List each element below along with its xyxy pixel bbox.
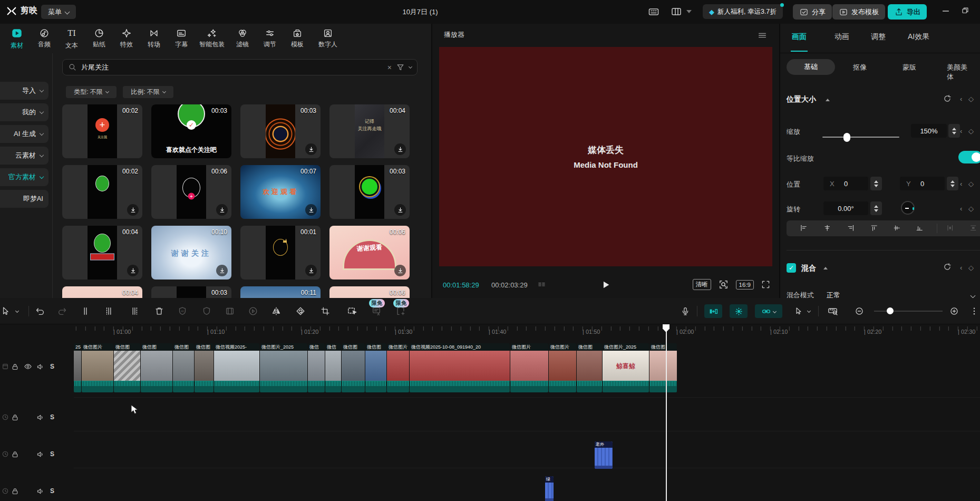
solo-button[interactable]: S <box>50 450 54 458</box>
asset-card[interactable]: 欢迎观看00:07 <box>240 165 321 219</box>
timeline-clip[interactable]: 微信图 <box>365 343 386 392</box>
player-viewport[interactable]: 媒体丢失 Media Not Found <box>439 47 772 266</box>
timeline-clip[interactable]: 微信图 <box>195 343 214 392</box>
collapse-icon[interactable] <box>823 267 828 269</box>
uniform-scale-toggle[interactable] <box>958 151 980 163</box>
clear-search-icon[interactable]: × <box>387 63 392 72</box>
visibility-icon[interactable] <box>23 362 33 371</box>
ribbon-item-文本[interactable]: TI文本 <box>58 27 85 50</box>
split2-icon[interactable] <box>104 306 115 316</box>
segments-icon[interactable] <box>537 280 547 290</box>
speaker-icon[interactable] <box>36 362 45 371</box>
solo-button[interactable]: S <box>50 487 54 495</box>
timeline-clip[interactable]: 微信图片_2025鲸喜鲸 <box>603 343 649 392</box>
link-button[interactable] <box>755 304 782 318</box>
overlay-clip[interactable]: 老外 <box>595 441 613 469</box>
asset-card[interactable]: 谢谢关注00:10 <box>151 226 231 280</box>
position-x-field[interactable]: X 0 <box>823 177 868 190</box>
position-x-stepper[interactable] <box>870 177 882 190</box>
subtab-basic[interactable]: 基础 <box>787 59 835 75</box>
rotate-stepper[interactable] <box>870 201 882 215</box>
record-voiceover-icon[interactable] <box>681 306 691 316</box>
al-l-icon[interactable] <box>800 224 809 233</box>
keyframe-controls[interactable]: ‹ ◇ › <box>960 95 980 103</box>
timeline-clip[interactable]: 25 <box>74 343 81 392</box>
subtab-mask[interactable]: 蒙版 <box>903 63 916 72</box>
timeline-clip[interactable]: 微信图片 <box>387 343 409 392</box>
ribbon-item-特效[interactable]: 特效 <box>113 28 140 49</box>
solo-button[interactable]: S <box>50 413 54 421</box>
al-r-icon[interactable] <box>847 224 856 233</box>
ribbon-item-贴纸[interactable]: 贴纸 <box>85 28 113 49</box>
asset-card[interactable]: 00:01 <box>240 226 321 280</box>
timeline-clip[interactable]: 微信 <box>308 343 325 392</box>
restore-window-button[interactable] <box>960 6 970 15</box>
type-filter[interactable]: 类型: 不限 <box>66 86 117 98</box>
reset-icon[interactable] <box>943 262 952 272</box>
asset-card[interactable]: 关注我00:02 <box>62 104 142 158</box>
shieldai-icon[interactable]: AI <box>177 306 188 316</box>
download-icon[interactable] <box>127 204 139 216</box>
asset-card[interactable]: 00:03 <box>240 104 321 158</box>
download-icon[interactable] <box>216 265 228 276</box>
dis-v-icon[interactable] <box>969 224 978 233</box>
rotate-value[interactable]: 0.00° <box>823 201 868 215</box>
zoom-in-icon[interactable] <box>949 306 959 316</box>
download-icon[interactable] <box>127 265 139 276</box>
ribbon-item-数字人[interactable]: 数字人 <box>311 28 345 49</box>
ribbon-item-调节[interactable]: 调节 <box>256 28 284 49</box>
asset-card[interactable]: 00:04 <box>62 286 142 298</box>
download-icon[interactable] <box>305 265 317 276</box>
layout-icon[interactable] <box>671 6 682 17</box>
download-icon[interactable] <box>394 204 406 216</box>
framei-icon[interactable] <box>225 306 235 316</box>
ribbon-item-字幕[interactable]: 字幕 <box>168 28 195 49</box>
al-ch-icon[interactable] <box>823 224 832 233</box>
playhead-line[interactable] <box>666 324 667 501</box>
timeline-clip[interactable]: 微信图 <box>141 343 172 392</box>
filter-icon[interactable] <box>396 63 405 72</box>
reset-icon[interactable] <box>943 94 952 103</box>
timeline-clip[interactable]: 微信图 <box>114 343 140 392</box>
timeline-clip[interactable]: 微信图片 <box>82 343 113 392</box>
asset-card[interactable]: 00:06 <box>329 286 410 298</box>
keyframe-controls[interactable]: ‹ ◇ › <box>960 180 980 188</box>
asset-card[interactable]: 谢谢观看00:06 <box>329 226 410 280</box>
speaker-icon[interactable] <box>36 413 45 422</box>
blend-checkbox[interactable]: ✓ <box>787 263 796 273</box>
tab-animation[interactable]: 动画 <box>835 32 849 42</box>
speaker-icon[interactable] <box>36 450 45 459</box>
asset-card[interactable]: 00:11 <box>240 286 321 298</box>
publish-template-button[interactable]: 发布模板 <box>832 4 885 20</box>
ratio-button[interactable]: 16:9 <box>736 280 754 290</box>
select-icon[interactable] <box>1 306 11 316</box>
speaker-icon[interactable] <box>36 487 45 496</box>
timeline-clip[interactable]: 微信图片 <box>510 343 548 392</box>
collapse-icon[interactable] <box>826 99 830 101</box>
promo-banner[interactable]: ◆ 新人福利, 幸运3.7折 <box>703 4 783 19</box>
timeline-scale-icon[interactable] <box>828 305 839 316</box>
auto-snap-button[interactable] <box>704 304 722 318</box>
download-icon[interactable] <box>394 265 406 276</box>
menu-button[interactable]: 菜单 <box>41 5 76 19</box>
blend-mode-value[interactable]: 正常 <box>827 291 840 298</box>
timeline-clip[interactable]: 微信图片_2025 <box>260 343 307 392</box>
chevron-down-icon[interactable] <box>15 309 19 313</box>
split3-icon[interactable] <box>129 306 139 316</box>
fullscreen-icon[interactable] <box>761 280 771 290</box>
track-type-icon[interactable] <box>1 362 9 371</box>
timeline-clip[interactable]: 微信图 <box>649 343 677 392</box>
zoom-out-icon[interactable] <box>855 306 865 316</box>
asset-card[interactable]: 00:04 <box>62 226 142 280</box>
sidebar-item-导入[interactable]: 导入 <box>0 82 48 100</box>
asset-card[interactable]: 记得关注再走哦00:04 <box>329 104 410 158</box>
keyframe-controls[interactable]: ‹ ◇ › <box>960 127 980 135</box>
timeline-zoom-slider[interactable] <box>874 311 943 312</box>
track-toggle-icon[interactable] <box>1 413 9 421</box>
asset-card[interactable]: 00:06 <box>151 165 231 219</box>
filter-chevron-icon[interactable] <box>409 65 412 69</box>
download-icon[interactable] <box>394 143 406 155</box>
ribbon-item-转场[interactable]: 转场 <box>140 28 168 49</box>
lock-icon[interactable] <box>11 450 20 459</box>
timeline-zoom-handle[interactable] <box>887 307 894 314</box>
